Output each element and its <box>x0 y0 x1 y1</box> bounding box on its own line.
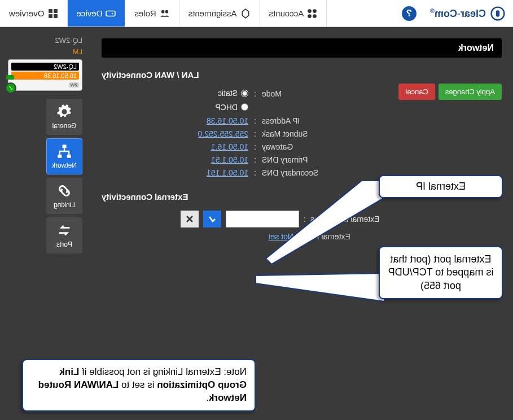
subnet-value[interactable]: 255.255.252.0 <box>186 129 248 138</box>
ip-value[interactable]: 10.50.16.38 <box>186 116 248 125</box>
help-button[interactable]: ? <box>396 0 422 27</box>
row-gateway: Gateway: 10.50.16.1 <box>102 142 502 151</box>
top-nav: Accounts Assignments Roles Device Overvi… <box>0 0 327 27</box>
nav-assignments[interactable]: Assignments <box>179 0 260 27</box>
row-mode-dhcp: DHCP <box>102 103 502 113</box>
svg-point-2 <box>313 9 317 13</box>
svg-rect-16 <box>58 155 62 158</box>
pri-dns-value[interactable]: 10.50.1.51 <box>186 155 248 164</box>
row-ip: IP Address: 10.50.16.38 <box>102 116 502 125</box>
nav-roles[interactable]: Roles <box>125 0 179 27</box>
pointer-ext-ip <box>255 181 384 271</box>
svg-rect-10 <box>54 9 58 13</box>
tile-linking[interactable]: Linking <box>46 178 82 214</box>
svg-rect-1 <box>496 10 500 16</box>
brand-text: Clear-Com® <box>430 7 486 20</box>
x-icon <box>186 215 194 223</box>
roles-icon <box>160 8 170 19</box>
lm-label: LM <box>8 48 82 56</box>
radio-static[interactable]: Static <box>218 89 248 98</box>
tile-linking-label: Linking <box>54 201 75 209</box>
ports-icon <box>56 222 72 238</box>
mode-label: Mode <box>262 89 282 98</box>
device-card[interactable]: LQ-2W2 10.50.16.38 2W ✓ <box>8 59 82 91</box>
device-card-chip: 2W <box>69 82 79 88</box>
side-tiles: General Network Linking Ports <box>8 99 82 253</box>
svg-rect-12 <box>54 14 58 18</box>
nav-assignments-label: Assignments <box>188 8 237 18</box>
ext-ip-confirm-button[interactable] <box>203 211 221 228</box>
cancel-button[interactable]: Cancel <box>398 84 435 100</box>
nav-overview[interactable]: Overview <box>0 0 68 27</box>
status-ok-icon: ✓ <box>5 82 16 94</box>
svg-rect-14 <box>63 145 67 148</box>
row-subnet: Subnet Mask: 255.255.252.0 <box>102 129 502 138</box>
tile-network[interactable]: Network <box>46 138 82 174</box>
tile-general[interactable]: General <box>46 99 82 135</box>
tile-network-label: Network <box>52 161 77 169</box>
topbar: Clear-Com® ? Accounts Assignments Roles … <box>0 0 513 27</box>
check-icon <box>208 215 217 224</box>
svg-point-7 <box>161 10 165 13</box>
nav-device-label: Device <box>77 8 103 18</box>
panel-title: Network <box>102 38 502 58</box>
accounts-icon <box>307 8 317 19</box>
overview-icon <box>48 8 58 19</box>
svg-rect-11 <box>49 9 52 13</box>
row-pri-dns: Primary DNS: 10.50.1.51 <box>102 155 502 164</box>
link-icon <box>56 183 72 199</box>
pointer-ext-port <box>249 268 384 313</box>
callout-ext-ip: External IP <box>379 175 503 198</box>
svg-point-6 <box>165 10 168 13</box>
brand-icon <box>490 6 505 21</box>
nav-roles-label: Roles <box>134 8 156 18</box>
svg-point-4 <box>313 14 317 18</box>
ext-ip-cancel-button[interactable] <box>181 211 199 228</box>
nav-device[interactable]: Device <box>68 0 126 27</box>
action-buttons: Apply Changes Cancel <box>398 84 502 100</box>
svg-point-3 <box>308 9 312 13</box>
network-icon <box>56 143 72 159</box>
nav-overview-label: Overview <box>9 8 45 18</box>
assignments-icon <box>240 8 251 19</box>
tile-general-label: General <box>52 122 77 130</box>
gateway-value[interactable]: 10.50.16.1 <box>186 142 248 151</box>
device-tag: LQ-2W2 <box>8 36 82 45</box>
device-card-ip: 10.50.16.38 <box>11 72 79 80</box>
callout-ext-port: External port (port that is mapped to TC… <box>379 246 503 299</box>
radio-dhcp[interactable]: DHCP <box>215 103 248 112</box>
svg-rect-15 <box>67 155 71 158</box>
svg-marker-18 <box>256 273 384 301</box>
svg-point-5 <box>308 14 312 18</box>
brand-logo: Clear-Com® <box>422 0 513 27</box>
gear-icon <box>56 104 72 120</box>
svg-rect-13 <box>49 14 52 18</box>
device-icon <box>106 8 116 19</box>
device-plug-icon <box>6 75 14 80</box>
svg-rect-8 <box>107 11 116 16</box>
device-card-name: LQ-2W2 <box>11 63 79 71</box>
svg-marker-17 <box>266 181 384 264</box>
nav-accounts-label: Accounts <box>269 8 304 18</box>
apply-button[interactable]: Apply Changes <box>439 84 502 100</box>
callout-note: Note: External Linking is not possible i… <box>22 359 256 412</box>
sec-dns-value[interactable]: 10.50.1.151 <box>186 168 248 177</box>
tile-ports[interactable]: Ports <box>46 217 82 253</box>
tile-ports-label: Ports <box>56 240 72 248</box>
help-icon: ? <box>402 6 416 21</box>
svg-point-9 <box>112 12 113 14</box>
nav-accounts[interactable]: Accounts <box>260 0 327 27</box>
lan-wan-title: LAN / WAN Connectivity <box>102 70 502 80</box>
